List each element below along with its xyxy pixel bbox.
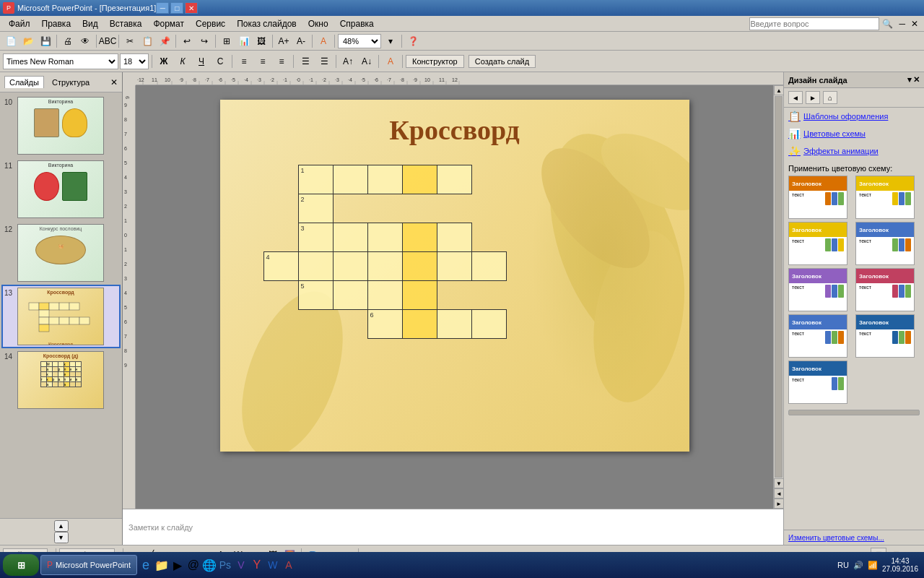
- new-btn[interactable]: 📄: [3, 33, 19, 49]
- taskbar-yandex[interactable]: Y: [250, 558, 264, 572]
- scroll-prev-btn[interactable]: ◄: [774, 488, 783, 499]
- slide-thumb-13[interactable]: 13 Кроссворд: [3, 286, 119, 347]
- num-list[interactable]: ☰: [315, 53, 333, 69]
- paste-btn[interactable]: 📌: [157, 33, 173, 49]
- zoom-dropdown[interactable]: ▾: [383, 33, 398, 49]
- menu-close[interactable]: ✕: [908, 19, 921, 29]
- scroll-down[interactable]: ▼: [54, 532, 69, 543]
- font-color-btn[interactable]: A: [382, 53, 399, 69]
- taskbar-mail[interactable]: @: [186, 558, 201, 572]
- zoom-select[interactable]: 48% 50% 75% 100%: [338, 34, 381, 48]
- v-scrollbar[interactable]: ▲ ▼ ◄ ►: [773, 85, 783, 509]
- slide-thumb-10[interactable]: 10 Викторина: [3, 95, 119, 156]
- font-size-down[interactable]: A↓: [358, 53, 375, 69]
- scheme-8[interactable]: Заголовок текст: [855, 314, 915, 358]
- font-size-inc[interactable]: A+: [276, 33, 292, 49]
- save-btn[interactable]: 💾: [38, 33, 53, 49]
- menu-view[interactable]: Вид: [77, 17, 104, 30]
- font-size-up[interactable]: A↑: [339, 53, 357, 69]
- taskbar-word[interactable]: W: [266, 558, 280, 572]
- align-center[interactable]: ≡: [254, 53, 271, 69]
- redo-btn[interactable]: ↪: [196, 33, 212, 49]
- help-search[interactable]: [749, 17, 879, 30]
- color-btn[interactable]: A: [315, 33, 331, 49]
- change-schemes-link[interactable]: Изменить цветовые схемы...: [788, 534, 884, 542]
- notes-area[interactable]: Заметки к слайду: [123, 509, 783, 545]
- scheme-1[interactable]: Заголовок текст: [788, 176, 847, 219]
- scheme-7[interactable]: Заголовок текст: [788, 314, 847, 358]
- bold-button[interactable]: Ж: [155, 53, 173, 69]
- print-btn[interactable]: 🖨: [60, 33, 76, 49]
- menu-file[interactable]: Файл: [3, 17, 36, 30]
- slide-thumb-12[interactable]: 12 Конкурс пословиц 🧺: [3, 223, 119, 283]
- taskbar-viber[interactable]: V: [234, 558, 248, 572]
- insert-table-btn[interactable]: ⊞: [219, 33, 235, 49]
- menu-window[interactable]: Окно: [302, 17, 334, 30]
- shadow-button[interactable]: С: [212, 53, 229, 69]
- spell-btn[interactable]: ABC: [100, 33, 116, 49]
- nav-forward-btn[interactable]: ►: [806, 91, 820, 104]
- close-button[interactable]: ✕: [185, 2, 198, 14]
- scroll-up[interactable]: ▲: [54, 520, 69, 532]
- scroll-next-btn[interactable]: ►: [774, 499, 783, 509]
- menu-help[interactable]: Справка: [334, 17, 380, 30]
- italic-button[interactable]: К: [174, 53, 191, 69]
- tab-outline[interactable]: Структура: [47, 76, 95, 89]
- right-panel-menu-btn[interactable]: ▾: [907, 75, 912, 85]
- section-animation[interactable]: ✨ Эффекты анимации: [784, 142, 924, 160]
- font-size-select[interactable]: 18 12 14 24 36: [120, 53, 149, 69]
- scheme-3[interactable]: Заголовок текст: [788, 222, 847, 265]
- close-panel-btn[interactable]: ✕: [110, 77, 118, 87]
- taskbar-powerpoint[interactable]: P Microsoft PowerPoint: [40, 555, 137, 575]
- bullet-list[interactable]: ☰: [297, 53, 314, 69]
- tab-slides[interactable]: Слайды: [4, 76, 44, 88]
- menu-min[interactable]: ─: [896, 19, 908, 29]
- menu-format[interactable]: Формат: [147, 17, 190, 30]
- taskbar-access[interactable]: A: [282, 558, 296, 572]
- taskbar-folder[interactable]: 📁: [154, 558, 169, 572]
- menu-edit[interactable]: Правка: [36, 17, 77, 30]
- nav-back-btn[interactable]: ◄: [788, 91, 803, 104]
- menu-insert[interactable]: Вставка: [104, 17, 148, 30]
- restore-button[interactable]: □: [170, 2, 183, 14]
- align-left[interactable]: ≡: [235, 53, 253, 69]
- copy-btn[interactable]: 📋: [139, 33, 155, 49]
- taskbar-ie[interactable]: e: [139, 558, 153, 572]
- rp-scrollbar-thumb[interactable]: [788, 410, 920, 415]
- taskbar-chrome[interactable]: 🌐: [202, 558, 217, 572]
- insert-pic-btn[interactable]: 🖼: [253, 33, 269, 49]
- scheme-9[interactable]: Заголовок текст: [788, 361, 847, 404]
- taskbar-ps[interactable]: Ps: [218, 558, 232, 572]
- section-color-schemes[interactable]: 📊 Цветовые схемы: [784, 125, 924, 142]
- slide-thumb-11[interactable]: 11 Викторина: [3, 159, 119, 220]
- scheme-2[interactable]: Заголовок текст: [855, 176, 915, 219]
- help-search-btn[interactable]: 🔍: [879, 19, 896, 29]
- scroll-thumb[interactable]: [775, 96, 783, 478]
- underline-button[interactable]: Ч: [193, 53, 210, 69]
- scheme-5[interactable]: Заголовок текст: [788, 268, 847, 311]
- font-size-dec[interactable]: A-: [293, 33, 309, 49]
- preview-btn[interactable]: 👁: [77, 33, 93, 49]
- nav-home-btn[interactable]: ⌂: [823, 91, 837, 104]
- scroll-up-btn[interactable]: ▲: [774, 85, 783, 95]
- undo-btn[interactable]: ↩: [179, 33, 195, 49]
- slide-thumb-14[interactable]: 14 Кроссворд (д) М к: [3, 350, 119, 410]
- help-btn[interactable]: ❓: [405, 33, 421, 49]
- start-button[interactable]: ⊞: [3, 554, 39, 576]
- insert-chart-btn[interactable]: 📊: [236, 33, 252, 49]
- minimize-button[interactable]: ─: [156, 2, 169, 14]
- taskbar-media[interactable]: ▶: [170, 558, 185, 572]
- menu-slideshow[interactable]: Показ слайдов: [231, 17, 302, 30]
- slide-viewport[interactable]: Кроссворд 1: [136, 85, 773, 509]
- new-slide-button[interactable]: Создать слайд: [468, 55, 536, 68]
- align-right[interactable]: ≡: [273, 53, 290, 69]
- scroll-down-btn[interactable]: ▼: [774, 478, 783, 488]
- open-btn[interactable]: 📂: [20, 33, 36, 49]
- cut-btn[interactable]: ✂: [122, 33, 138, 49]
- designer-button[interactable]: Конструктор: [406, 55, 464, 68]
- right-panel-close-btn[interactable]: ✕: [913, 75, 920, 85]
- section-templates[interactable]: 📋 Шаблоны оформления: [784, 108, 924, 125]
- menu-service[interactable]: Сервис: [190, 17, 231, 30]
- volume-icon[interactable]: 🔊: [853, 561, 863, 570]
- network-icon[interactable]: 📶: [868, 561, 878, 570]
